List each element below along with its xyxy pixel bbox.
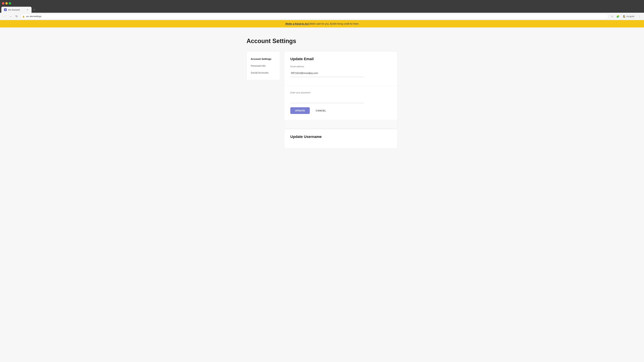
browser-titlebar bbox=[0, 0, 644, 7]
window-close-button[interactable] bbox=[2, 2, 4, 4]
promo-banner: [Refer a friend to Arc] $500 cash for yo… bbox=[0, 20, 644, 27]
settings-sidebar: Account Settings Personal Info Social Ac… bbox=[246, 51, 280, 80]
password-input[interactable] bbox=[290, 95, 364, 103]
buttons-row: UPDATE CANCEL bbox=[290, 107, 391, 114]
email-form-group: Email address bbox=[290, 65, 391, 77]
page-title: Account Settings bbox=[246, 37, 398, 44]
tab-favicon: A bbox=[4, 8, 7, 11]
url-text: arc.dev/settings bbox=[26, 15, 42, 17]
update-button[interactable]: UPDATE bbox=[290, 107, 310, 114]
window-minimize-button[interactable] bbox=[5, 2, 8, 4]
update-username-card: Update Username bbox=[284, 129, 398, 148]
forward-button[interactable]: → bbox=[8, 14, 13, 19]
menu-button[interactable]: ⋮ bbox=[637, 14, 642, 19]
incognito-badge[interactable]: 🕵 Incognito bbox=[621, 14, 636, 18]
password-label: Enter your password bbox=[290, 91, 391, 94]
window-maximize-button[interactable] bbox=[9, 2, 11, 4]
password-section: Enter your password UPDATE CANCEL bbox=[284, 86, 397, 120]
settings-main: Update Email Email address Enter your pa… bbox=[284, 51, 398, 148]
incognito-label: Incognito bbox=[626, 15, 634, 17]
security-icon: 🔒 bbox=[22, 15, 25, 17]
password-form-group: Enter your password bbox=[290, 91, 391, 103]
cancel-button[interactable]: CANCEL bbox=[312, 107, 330, 114]
toolbar-actions: ☆ 🧩 🕵 Incognito ⋮ bbox=[610, 14, 642, 19]
active-tab[interactable]: A Arc Account ✕ bbox=[1, 7, 32, 13]
referral-link[interactable]: [Refer a friend to Arc] bbox=[286, 22, 310, 25]
tabs-bar: A Arc Account ✕ + bbox=[0, 7, 644, 13]
reload-button[interactable]: ↻ bbox=[14, 14, 19, 19]
browser-toolbar: ← → ↻ 🔒 arc.dev/settings ☆ 🧩 🕵 Incognito… bbox=[0, 13, 644, 20]
settings-layout: Account Settings Personal Info Social Ac… bbox=[246, 51, 398, 148]
address-bar[interactable]: 🔒 arc.dev/settings bbox=[20, 14, 608, 19]
incognito-icon: 🕵 bbox=[623, 15, 626, 17]
update-email-title: Update Email bbox=[290, 57, 391, 61]
card-footer bbox=[284, 120, 397, 128]
email-input[interactable] bbox=[290, 69, 364, 77]
bookmark-button[interactable]: ☆ bbox=[610, 14, 614, 19]
update-username-title: Update Username bbox=[290, 135, 391, 139]
tab-title: Arc Account bbox=[8, 8, 20, 11]
browser-chrome: A Arc Account ✕ + ← → ↻ 🔒 arc.dev/settin… bbox=[0, 0, 644, 20]
page-content: Account Settings Account Settings Person… bbox=[0, 27, 644, 362]
page-container: Account Settings Account Settings Person… bbox=[246, 37, 398, 148]
tab-close-button[interactable]: ✕ bbox=[26, 8, 29, 11]
sidebar-item-personal-info[interactable]: Personal Info bbox=[247, 62, 280, 69]
extensions-button[interactable]: 🧩 bbox=[616, 14, 620, 19]
window-controls bbox=[2, 2, 11, 4]
new-tab-button[interactable]: + bbox=[32, 7, 36, 12]
update-email-card-body: Update Email Email address bbox=[284, 51, 397, 86]
sidebar-item-social-accounts[interactable]: Social Accounts bbox=[247, 69, 280, 76]
banner-message: $500 cash for you, $1000 hiring credit f… bbox=[310, 22, 358, 25]
update-email-card: Update Email Email address Enter your pa… bbox=[284, 51, 398, 128]
back-button[interactable]: ← bbox=[2, 14, 7, 19]
email-label: Email address bbox=[290, 65, 391, 68]
sidebar-item-account-settings[interactable]: Account Settings bbox=[247, 55, 280, 62]
